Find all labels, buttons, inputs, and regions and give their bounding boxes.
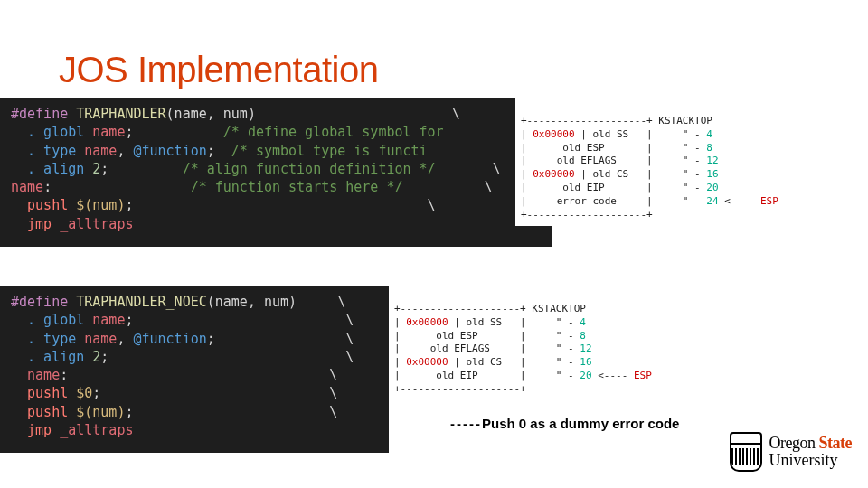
code-block-traphandler: #define TRAPHANDLER(name, num) \ . globl… <box>0 98 552 247</box>
oregon-state-logo: Oregon State University <box>730 432 852 472</box>
page-title: JOS Implementation <box>59 50 378 90</box>
annotation-dummy-error-code: -----Push 0 as a dummy error code <box>450 416 679 431</box>
code-block-traphandler-noec: #define TRAPHANDLER_NOEC(name, num) \ . … <box>0 286 389 453</box>
stack-diagram-2: +--------------------+ KSTACKTOP | 0x000… <box>389 286 714 400</box>
shield-icon <box>730 432 762 472</box>
stack-diagram-1: +--------------------+ KSTACKTOP | 0x000… <box>515 98 850 226</box>
